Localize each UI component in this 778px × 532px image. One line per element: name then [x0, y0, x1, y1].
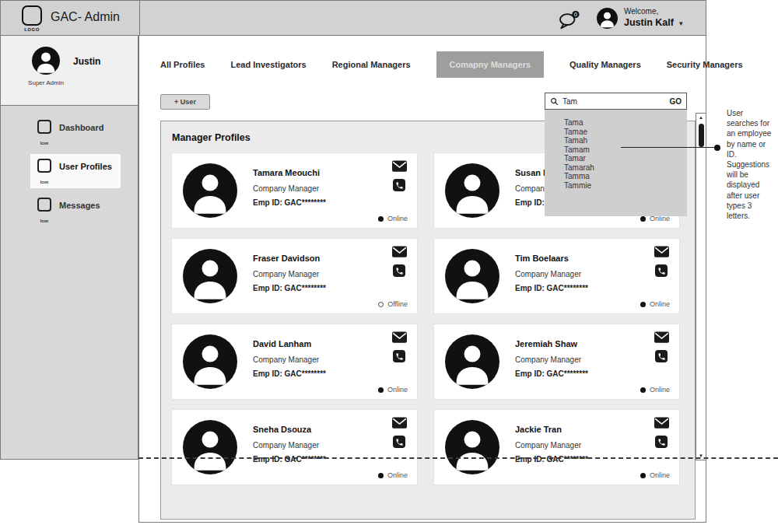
suggestion-item[interactable]: Tamarah	[564, 163, 687, 173]
annotation-note: User searches for an employee by name or…	[727, 108, 776, 221]
status-dot	[640, 216, 646, 222]
viewport-fold-dashed-line	[138, 457, 778, 459]
status-badge: Offline	[378, 300, 408, 308]
scrollbar[interactable]: ▲ ▼	[696, 113, 706, 460]
phone-icon[interactable]	[393, 264, 405, 277]
status-label: Online	[650, 471, 670, 479]
phone-icon[interactable]	[393, 350, 405, 362]
header-avatar[interactable]	[597, 8, 618, 29]
sidebar-item-label: Dashboard	[59, 123, 103, 132]
sidebar-profile: Justin Super Admin	[0, 36, 138, 106]
search-input[interactable]	[562, 97, 669, 106]
profile-role: Company Manager	[515, 355, 581, 364]
profile-card[interactable]: Fraser Davidson Company Manager Emp ID: …	[171, 238, 418, 314]
profile-emp-id: Emp ID: GAC********	[515, 284, 588, 292]
profile-role: Company Manager	[253, 441, 319, 450]
phone-icon[interactable]	[655, 264, 668, 277]
profile-avatar	[183, 420, 237, 474]
status-badge: Online	[378, 471, 408, 479]
suggestion-item[interactable]: Tammie	[564, 181, 687, 191]
profile-avatar	[445, 420, 499, 474]
profile-name: Sneha Dsouza	[253, 425, 311, 434]
chevron-down-icon[interactable]: ▾	[679, 19, 683, 27]
tab[interactable]: Regional Managers	[332, 60, 411, 69]
profile-card[interactable]: Jackie Tran Company Manager Emp ID: GAC*…	[433, 409, 680, 485]
topbar-divider	[139, 1, 140, 35]
suggestion-item[interactable]: Tamah	[564, 136, 687, 145]
status-label: Offline	[387, 300, 408, 308]
status-dot	[640, 473, 646, 478]
profile-card[interactable]: David Lanham Company Manager Emp ID: GAC…	[171, 324, 418, 400]
mail-icon[interactable]	[392, 160, 407, 172]
tab[interactable]: Security Managers	[667, 60, 743, 69]
status-label: Online	[387, 215, 408, 222]
profile-name: Jackie Tran	[515, 425, 562, 434]
profile-emp-id: Emp ID: GAC********	[253, 198, 326, 207]
sidebar-user-role: Super Admin	[21, 79, 71, 86]
profile-card[interactable]: Tim Boelaars Company Manager Emp ID: GAC…	[433, 238, 680, 314]
phone-icon[interactable]	[393, 179, 405, 191]
icon-caption: Icon	[40, 180, 48, 184]
suggestion-item[interactable]: Tamma	[564, 172, 687, 181]
suggestion-item[interactable]: Tama	[564, 118, 687, 128]
search-suggestions: Tama Tamae Tamah Tamam Tamar Tamarah Tam…	[545, 110, 687, 216]
profile-card[interactable]: Tamara Meouchi Company Manager Emp ID: G…	[171, 152, 418, 229]
annotation-connector-dot	[714, 145, 720, 151]
status-badge: Online	[378, 215, 408, 222]
status-dot	[640, 302, 646, 307]
profile-name: David Lanham	[253, 339, 311, 348]
profile-avatar	[445, 334, 499, 389]
tab[interactable]: Quality Managers	[569, 60, 641, 69]
sidebar-nav-item[interactable]: Icon Messages	[30, 193, 121, 227]
mail-icon[interactable]	[654, 417, 669, 429]
profile-avatar	[445, 249, 499, 303]
search-icon	[550, 97, 559, 106]
sidebar-item-label: Messages	[59, 201, 100, 210]
suggestion-item[interactable]: Tamae	[564, 128, 687, 137]
profile-tabs: All Profiles Lead Investigators Regional…	[160, 48, 743, 81]
chat-icon[interactable]: 0	[558, 10, 581, 30]
sidebar-avatar	[32, 47, 60, 75]
welcome-block: Welcome, Justin Kalf	[624, 7, 674, 29]
status-dot	[640, 387, 646, 393]
profile-emp-id: Emp ID: GAC********	[253, 455, 326, 464]
tab[interactable]: Comapny Managers	[436, 51, 545, 78]
profile-role: Company Manager	[253, 355, 319, 364]
tab[interactable]: All Profiles	[160, 60, 205, 69]
profile-role: Company Manager	[253, 184, 319, 193]
top-bar: LOGO GAC- Admin 0 Welcome, Justin Kalf ▾	[0, 0, 706, 36]
mail-icon[interactable]	[392, 331, 407, 343]
icon-caption: Icon	[40, 219, 48, 223]
sidebar-user-name: Justin	[73, 56, 100, 67]
sidebar-nav-item[interactable]: Icon Dashboard	[30, 115, 121, 149]
square-placeholder-icon	[37, 159, 51, 173]
phone-icon[interactable]	[655, 350, 668, 362]
phone-icon[interactable]	[655, 436, 668, 448]
profile-name: Jeremiah Shaw	[515, 339, 577, 348]
scrollbar-thumb[interactable]	[699, 124, 704, 147]
mail-icon[interactable]	[654, 246, 669, 257]
square-placeholder-icon	[37, 198, 51, 212]
mail-icon[interactable]	[392, 246, 407, 257]
app-title: GAC- Admin	[51, 10, 120, 24]
status-dot	[378, 216, 384, 222]
add-user-button[interactable]: + User	[160, 94, 210, 110]
phone-icon[interactable]	[393, 436, 405, 448]
search-go-button[interactable]: GO	[669, 97, 682, 106]
status-badge: Online	[640, 386, 670, 394]
status-dot	[378, 302, 384, 307]
tab[interactable]: Lead Investigators	[230, 60, 306, 69]
welcome-label: Welcome,	[624, 7, 674, 17]
profile-avatar	[183, 249, 237, 303]
mail-icon[interactable]	[392, 417, 407, 429]
profile-role: Company Manager	[515, 441, 581, 450]
suggestion-item[interactable]: Tamar	[564, 154, 687, 163]
profile-card[interactable]: Jeremiah Shaw Company Manager Emp ID: GA…	[433, 324, 680, 400]
scroll-up-icon[interactable]: ▲	[696, 115, 706, 120]
sidebar-nav-item[interactable]: Icon User Profiles	[30, 154, 121, 188]
mail-icon[interactable]	[654, 331, 669, 343]
main-panel: All Profiles Lead Investigators Regional…	[138, 36, 706, 523]
profile-card[interactable]: Sneha Dsouza Company Manager Emp ID: GAC…	[171, 409, 418, 485]
profile-name: Tim Boelaars	[515, 254, 569, 263]
profile-name: Fraser Davidson	[253, 254, 320, 263]
